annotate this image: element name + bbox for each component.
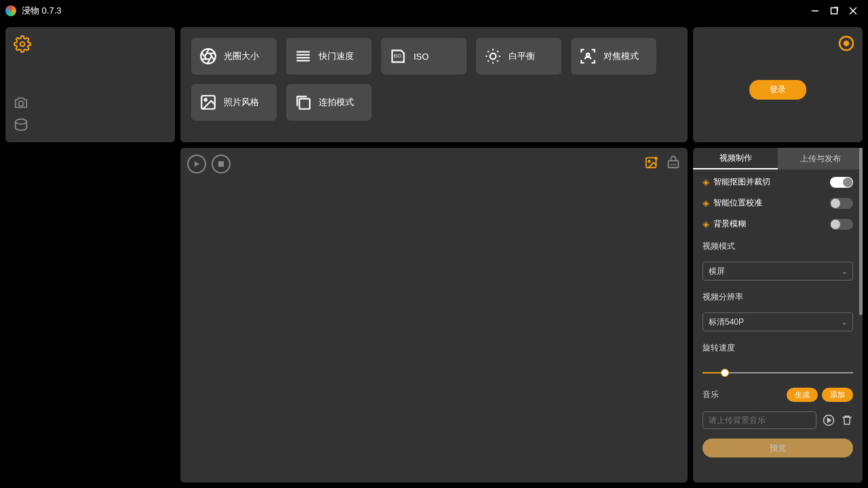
add-image-icon[interactable] (644, 155, 659, 171)
tile-label: 快门速度 (319, 50, 354, 62)
svg-line-23 (497, 60, 498, 62)
aperture-icon (199, 47, 217, 65)
add-button[interactable]: 添加 (822, 388, 853, 402)
svg-rect-34 (646, 158, 656, 168)
toggle-bg-blur: ◈ 背景模糊 (703, 218, 853, 230)
diamond-icon: ◈ (703, 177, 709, 187)
left-panel (5, 27, 175, 142)
tile-focus[interactable]: 对焦模式 (571, 38, 656, 75)
tile-white-balance[interactable]: 白平衡 (476, 38, 561, 75)
svg-point-19 (490, 54, 496, 60)
svg-point-43 (844, 41, 848, 45)
titlebar: 浸物 0.7.3 (0, 0, 868, 22)
minimize-button[interactable] (806, 1, 825, 20)
switch-smart-crop[interactable] (830, 177, 853, 188)
login-button[interactable]: 登录 (749, 80, 806, 100)
settings-panel: 视频制作 上传与发布 ◈ 智能抠图并裁切 ◈ 智能位置校准 ◈ (693, 148, 863, 483)
tile-shutter[interactable]: 快门速度 (286, 38, 372, 75)
delete-icon[interactable] (840, 413, 853, 427)
image-icon (199, 94, 217, 111)
svg-line-22 (488, 51, 489, 52)
rotation-label: 旋转速度 (703, 342, 853, 354)
select-value: 标清540P (709, 317, 744, 328)
toggle-label: 智能位置校准 (713, 197, 762, 209)
close-button[interactable] (844, 1, 863, 20)
svg-point-6 (16, 119, 27, 124)
resolution-label: 视频分辨率 (703, 291, 853, 303)
tile-iso[interactable]: ISO ISO (381, 38, 467, 75)
select-video-mode[interactable]: 横屏 ⌄ (703, 262, 853, 281)
shutter-icon (294, 47, 312, 65)
svg-text:ISO: ISO (394, 54, 401, 58)
camera-settings-panel: 光圈大小 快门速度 ISO ISO 白平衡 (180, 27, 688, 142)
svg-marker-32 (195, 161, 199, 167)
toggle-smart-align: ◈ 智能位置校准 (703, 197, 853, 209)
chevron-down-icon: ⌄ (842, 268, 847, 275)
switch-bg-blur[interactable] (830, 219, 853, 230)
svg-point-28 (587, 54, 589, 56)
switch-smart-align[interactable] (830, 198, 853, 209)
tile-style[interactable]: 照片风格 (191, 84, 277, 121)
tab-upload[interactable]: 上传与发布 (778, 148, 863, 169)
stop-button[interactable] (212, 155, 231, 174)
tile-label: 白平衡 (509, 50, 535, 62)
iso-icon: ISO (389, 47, 407, 65)
svg-line-27 (497, 51, 498, 52)
select-value: 横屏 (709, 266, 725, 277)
select-resolution[interactable]: 标清540P ⌄ (703, 312, 853, 331)
toggle-smart-crop: ◈ 智能抠图并裁切 (703, 176, 853, 188)
settings-icon[interactable] (14, 35, 31, 55)
generate-button[interactable]: 生成 (787, 388, 818, 402)
svg-rect-33 (218, 161, 224, 167)
account-icon[interactable] (838, 35, 854, 54)
diamond-icon: ◈ (703, 198, 709, 208)
lock-icon[interactable] (666, 155, 681, 171)
tile-label: 照片风格 (224, 96, 259, 108)
login-panel: 登录 (693, 27, 863, 142)
svg-point-5 (18, 101, 23, 106)
preview-button[interactable]: 预览 (703, 439, 853, 458)
tile-label: ISO (414, 52, 429, 62)
burst-icon (294, 94, 312, 111)
diamond-icon: ◈ (703, 219, 709, 229)
chevron-down-icon: ⌄ (842, 319, 847, 326)
svg-line-26 (488, 60, 489, 62)
rotation-slider[interactable] (703, 367, 853, 378)
app-logo-icon (5, 5, 16, 16)
toggle-label: 背景模糊 (713, 218, 746, 230)
svg-rect-31 (300, 99, 310, 109)
svg-rect-1 (831, 8, 837, 14)
play-music-icon[interactable] (822, 413, 835, 427)
play-button[interactable] (187, 155, 206, 174)
tile-aperture[interactable]: 光圈大小 (191, 38, 277, 75)
tile-label: 光圈大小 (224, 50, 259, 62)
tab-video[interactable]: 视频制作 (693, 148, 778, 169)
video-mode-label: 视频模式 (703, 241, 853, 252)
preview-panel (180, 148, 688, 483)
maximize-button[interactable] (825, 1, 844, 20)
svg-point-4 (20, 42, 25, 47)
svg-point-35 (648, 161, 650, 163)
focus-icon (579, 47, 597, 65)
tile-label: 对焦模式 (604, 50, 639, 62)
tile-burst[interactable]: 连拍模式 (286, 84, 372, 121)
disk-icon[interactable] (14, 117, 28, 134)
svg-point-30 (205, 99, 207, 101)
sun-icon (484, 47, 502, 65)
music-label: 音乐 (703, 389, 719, 401)
tile-label: 连拍模式 (319, 96, 354, 108)
toggle-label: 智能抠图并裁切 (713, 176, 770, 188)
camera-icon[interactable] (14, 96, 28, 113)
svg-marker-45 (827, 418, 831, 422)
music-input[interactable] (703, 411, 816, 429)
app-title: 浸物 0.7.3 (22, 5, 62, 17)
